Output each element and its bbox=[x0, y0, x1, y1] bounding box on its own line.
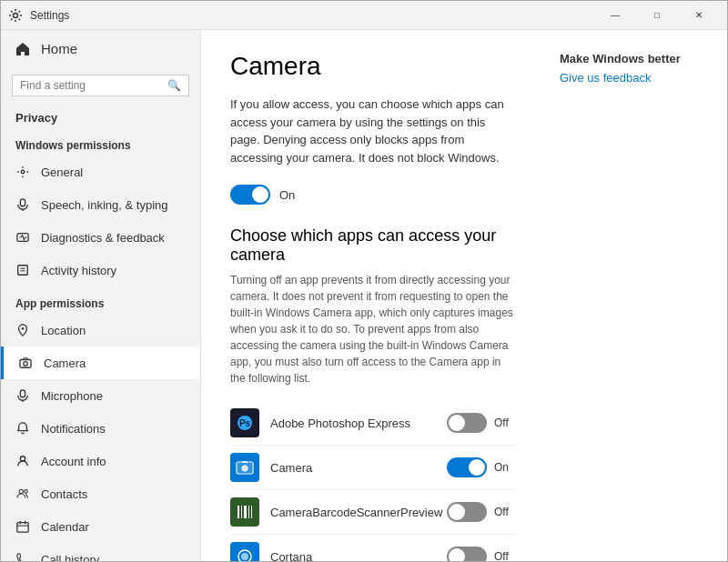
sidebar-item-callhistory[interactable]: Call history bbox=[1, 543, 200, 561]
app-barcode-name: CameraBarcodeScannerPreview bbox=[270, 506, 447, 519]
main-toggle-row: On bbox=[230, 185, 516, 205]
search-input[interactable] bbox=[20, 79, 167, 92]
sidebar-item-camera[interactable]: Camera bbox=[1, 346, 200, 379]
titlebar-title: Settings bbox=[30, 9, 69, 22]
svg-rect-11 bbox=[20, 390, 25, 397]
svg-point-14 bbox=[19, 489, 23, 493]
callhistory-icon bbox=[15, 552, 30, 561]
sidebar-home[interactable]: Home bbox=[1, 30, 200, 67]
app-camera-toggle-label: On bbox=[494, 461, 516, 474]
toggle-knob bbox=[469, 459, 485, 476]
app-icon-photoshop: Ps bbox=[230, 408, 259, 437]
app-photoshop-name-block: Adobe Photoshop Express bbox=[270, 416, 447, 430]
svg-point-13 bbox=[20, 457, 25, 461]
feedback-title: Make Windows better bbox=[560, 52, 713, 65]
speech-label: Speech, inking, & typing bbox=[41, 198, 167, 212]
svg-rect-29 bbox=[244, 506, 247, 518]
sidebar-item-general[interactable]: General bbox=[1, 156, 200, 188]
app-icon-barcode bbox=[230, 497, 259, 527]
main-content: Camera If you allow access, you can choo… bbox=[201, 30, 545, 561]
camera-main-toggle[interactable] bbox=[230, 185, 270, 205]
home-icon bbox=[15, 42, 30, 56]
titlebar-left: Settings bbox=[8, 8, 69, 23]
search-box[interactable]: 🔍 bbox=[12, 75, 189, 96]
toggle-knob bbox=[449, 504, 465, 520]
general-icon bbox=[15, 165, 30, 179]
svg-point-0 bbox=[14, 13, 18, 17]
sidebar: Home 🔍 Privacy Windows permissions Gener… bbox=[1, 30, 201, 561]
app-photoshop-toggle-label: Off bbox=[494, 416, 516, 429]
sidebar-item-speech[interactable]: Speech, inking, & typing bbox=[1, 188, 200, 221]
feedback-link[interactable]: Give us feedback bbox=[560, 71, 651, 85]
svg-text:Ps: Ps bbox=[239, 418, 251, 428]
camera-description: If you allow access, you can choose whic… bbox=[230, 95, 516, 166]
apps-section-desc: Turning off an app prevents it from dire… bbox=[230, 272, 516, 386]
diagnostics-icon bbox=[15, 230, 30, 245]
calendar-icon bbox=[15, 519, 30, 534]
svg-rect-9 bbox=[20, 360, 31, 368]
location-label: Location bbox=[41, 324, 86, 337]
app-photoshop-toggle-group: Off bbox=[447, 413, 516, 433]
sidebar-item-notifications[interactable]: Notifications bbox=[1, 412, 200, 445]
general-label: General bbox=[41, 166, 83, 179]
app-item-barcode: CameraBarcodeScannerPreview Off bbox=[230, 490, 516, 535]
svg-point-33 bbox=[241, 553, 248, 560]
activity-icon bbox=[15, 263, 30, 277]
app-item-camera: Camera On bbox=[230, 446, 516, 490]
account-icon bbox=[15, 454, 30, 468]
close-button[interactable]: ✕ bbox=[678, 1, 720, 30]
app-permissions-label: App permissions bbox=[1, 286, 200, 314]
search-icon: 🔍 bbox=[167, 79, 181, 92]
sidebar-item-activity[interactable]: Activity history bbox=[1, 254, 200, 286]
app-cortana-name: Cortana bbox=[270, 550, 447, 562]
sidebar-item-location[interactable]: Location bbox=[1, 314, 200, 346]
svg-rect-28 bbox=[241, 506, 242, 518]
page-title: Camera bbox=[230, 52, 516, 81]
svg-point-1 bbox=[21, 170, 25, 174]
svg-rect-27 bbox=[238, 506, 239, 518]
app-cortana-toggle-label: Off bbox=[494, 550, 516, 561]
svg-rect-31 bbox=[251, 506, 252, 518]
app-cortana-name-block: Cortana bbox=[270, 550, 447, 562]
toggle-knob bbox=[449, 415, 465, 431]
svg-rect-16 bbox=[17, 523, 28, 533]
titlebar: Settings — □ ✕ bbox=[1, 1, 727, 30]
app-barcode-toggle[interactable] bbox=[447, 502, 487, 522]
settings-icon bbox=[8, 8, 23, 23]
app-barcode-name-block: CameraBarcodeScannerPreview bbox=[270, 506, 447, 519]
sidebar-item-contacts[interactable]: Contacts bbox=[1, 477, 200, 510]
contacts-icon bbox=[15, 487, 30, 501]
notifications-icon bbox=[15, 421, 30, 436]
windows-permissions-label: Windows permissions bbox=[1, 128, 200, 156]
location-icon bbox=[15, 323, 30, 337]
sidebar-item-diagnostics[interactable]: Diagnostics & feedback bbox=[1, 221, 200, 254]
svg-point-10 bbox=[24, 362, 27, 366]
sidebar-item-calendar[interactable]: Calendar bbox=[1, 510, 200, 543]
maximize-button[interactable]: □ bbox=[636, 1, 678, 30]
svg-point-8 bbox=[22, 327, 25, 330]
app-cortana-toggle-group: Off bbox=[447, 547, 516, 561]
toggle-knob bbox=[252, 186, 268, 203]
app-camera-name: Camera bbox=[270, 461, 447, 475]
contacts-label: Contacts bbox=[41, 487, 87, 501]
app-cortana-toggle[interactable] bbox=[447, 547, 487, 561]
sidebar-item-account[interactable]: Account info bbox=[1, 445, 200, 477]
privacy-label: Privacy bbox=[1, 104, 200, 128]
sidebar-item-microphone[interactable]: Microphone bbox=[1, 379, 200, 412]
diagnostics-label: Diagnostics & feedback bbox=[41, 231, 165, 245]
app-icon-camera bbox=[230, 453, 259, 482]
minimize-button[interactable]: — bbox=[594, 1, 636, 30]
speech-icon bbox=[15, 197, 30, 212]
app-camera-toggle[interactable] bbox=[447, 457, 487, 477]
app-camera-name-block: Camera bbox=[270, 461, 447, 475]
calendar-label: Calendar bbox=[41, 520, 89, 534]
toggle-on-label: On bbox=[279, 188, 295, 202]
app-item-photoshop: Ps Adobe Photoshop Express Off bbox=[230, 401, 516, 446]
callhistory-label: Call history bbox=[41, 553, 99, 562]
microphone-label: Microphone bbox=[41, 389, 103, 403]
app-list: Ps Adobe Photoshop Express Off bbox=[230, 401, 516, 561]
svg-rect-5 bbox=[18, 266, 28, 276]
apps-section-title: Choose which apps can access your camera bbox=[230, 226, 516, 265]
app-item-cortana: Cortana Off bbox=[230, 535, 516, 561]
app-photoshop-toggle[interactable] bbox=[447, 413, 487, 433]
